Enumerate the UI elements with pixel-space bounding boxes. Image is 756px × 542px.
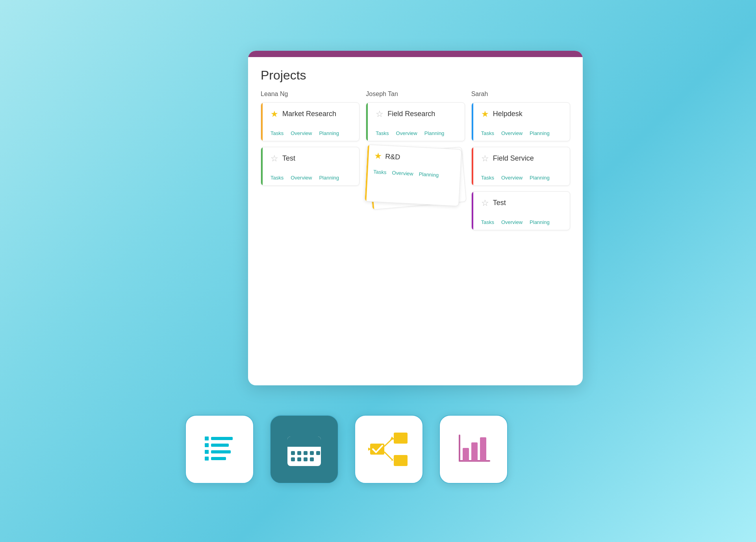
rd-front-header: ★ R&D [374,150,456,165]
column-joseph: Joseph Tan ☆ Field Research Tasks Overvi… [366,91,465,236]
star-filled-icon: ★ [271,109,278,119]
link-overview-helpdesk[interactable]: Overview [501,130,523,136]
link-tasks-test-sarah[interactable]: Tasks [481,219,494,225]
svg-rect-10 [287,443,321,447]
column-header-leana: Leana Ng [261,91,359,98]
project-card-header-helpdesk: ★ Helpdesk [478,109,563,119]
project-name-field-research: Field Research [387,110,435,118]
project-links-market-research: Tasks Overview Planning [267,130,353,136]
column-header-sarah: Sarah [471,91,570,98]
svg-rect-13 [291,451,295,455]
svg-rect-12 [310,434,313,441]
svg-rect-35 [480,437,486,461]
star-filled-icon-rd: ★ [374,150,382,161]
svg-rect-34 [471,442,478,461]
svg-rect-11 [295,434,298,441]
link-overview-field-research[interactable]: Overview [396,130,417,136]
rd-card-wrapper: ★ R&D ★ R&D Tasks [366,147,465,210]
link-planning-market-research[interactable]: Planning [319,130,339,136]
project-name-market-research: Market Research [282,110,336,118]
star-empty-icon-test-sarah: ☆ [481,198,489,208]
link-overview-field-service[interactable]: Overview [501,175,523,181]
svg-rect-17 [316,451,320,455]
rd-card-front: ★ R&D Tasks Overview Planning [365,144,462,206]
project-card-field-research: ☆ Field Research Tasks Overview Planning [366,102,465,141]
link-overview-rd[interactable]: Overview [392,170,413,177]
link-tasks-field-research[interactable]: Tasks [376,130,389,136]
barchart-icon-box[interactable] [439,415,508,484]
calendar-icon [285,431,323,468]
project-name-rd: R&D [385,152,400,161]
svg-rect-18 [291,457,295,461]
column-leana: Leana Ng ★ Market Research Tasks Overvie… [261,91,359,236]
star-filled-icon-helpdesk: ★ [481,109,489,119]
barchart-icon [455,431,492,467]
svg-rect-21 [310,457,314,461]
svg-rect-3 [211,444,229,447]
link-tasks-test-leana[interactable]: Tasks [271,175,284,181]
link-planning-rd[interactable]: Planning [419,171,439,178]
bottom-icons [161,415,595,507]
link-planning-test-leana[interactable]: Planning [319,175,339,181]
card-content: Projects Leana Ng ★ Market Research Task… [248,57,583,247]
card-top-bar [248,51,583,57]
project-links-test-leana: Tasks Overview Planning [267,175,353,181]
flowchart-icon [368,431,410,468]
svg-rect-20 [304,457,308,461]
columns-wrapper: Leana Ng ★ Market Research Tasks Overvie… [261,91,570,236]
svg-rect-2 [205,443,209,447]
list-icon [201,433,238,465]
page-title: Projects [261,68,570,83]
svg-rect-7 [211,457,226,460]
svg-rect-15 [304,451,308,455]
svg-rect-16 [310,451,314,455]
calendar-icon-box[interactable] [270,415,339,484]
project-card-test-sarah: ☆ Test Tasks Overview Planning [471,191,570,230]
project-card-header-field-service: ☆ Field Service [478,154,563,164]
project-card-header: ★ Market Research [267,109,353,119]
svg-rect-6 [205,457,209,461]
svg-rect-4 [205,450,209,454]
project-name-test-sarah: Test [493,199,506,207]
project-name-test-leana: Test [282,154,295,163]
column-sarah: Sarah ★ Helpdesk Tasks Overview Planning [471,91,570,236]
link-planning-field-research[interactable]: Planning [424,130,445,136]
link-planning-test-sarah[interactable]: Planning [530,219,550,225]
project-links-test-sarah: Tasks Overview Planning [478,219,563,225]
svg-line-27 [384,452,393,461]
link-planning-field-service[interactable]: Planning [530,175,550,181]
star-empty-icon: ☆ [271,154,278,164]
link-tasks-rd[interactable]: Tasks [373,168,387,175]
project-links-rd: Tasks Overview Planning [373,168,455,179]
svg-rect-0 [205,437,209,440]
svg-rect-1 [211,437,233,440]
column-header-joseph: Joseph Tan [366,91,465,98]
project-card-test-leana: ☆ Test Tasks Overview Planning [261,147,359,186]
star-empty-icon-field-service: ☆ [481,154,489,164]
project-card-header-test-leana: ☆ Test [267,154,353,164]
link-planning-helpdesk[interactable]: Planning [530,130,550,136]
list-icon-box[interactable] [185,415,254,484]
flowchart-icon-box[interactable] [354,415,423,484]
link-tasks-market-research[interactable]: Tasks [271,130,284,136]
link-overview-test-sarah[interactable]: Overview [501,219,523,225]
svg-rect-33 [463,448,469,461]
project-card-market-research: ★ Market Research Tasks Overview Plannin… [261,102,359,141]
svg-rect-14 [297,451,301,455]
project-card-header-test-sarah: ☆ Test [478,198,563,208]
link-overview-market-research[interactable]: Overview [291,130,312,136]
project-name-helpdesk: Helpdesk [493,110,523,118]
link-tasks-field-service[interactable]: Tasks [481,175,494,181]
project-card-header-field-research: ☆ Field Research [372,109,458,119]
project-links-helpdesk: Tasks Overview Planning [478,130,563,136]
project-links-field-service: Tasks Overview Planning [478,175,563,181]
link-overview-test-leana[interactable]: Overview [291,175,312,181]
svg-rect-5 [211,450,231,453]
svg-rect-23 [394,455,408,466]
project-card-field-service: ☆ Field Service Tasks Overview Planning [471,147,570,186]
star-empty-icon-field-research: ☆ [376,109,384,119]
main-card: Projects Leana Ng ★ Market Research Task… [248,51,583,385]
project-links-field-research: Tasks Overview Planning [372,130,458,136]
project-name-field-service: Field Service [493,154,534,163]
link-tasks-helpdesk[interactable]: Tasks [481,130,494,136]
